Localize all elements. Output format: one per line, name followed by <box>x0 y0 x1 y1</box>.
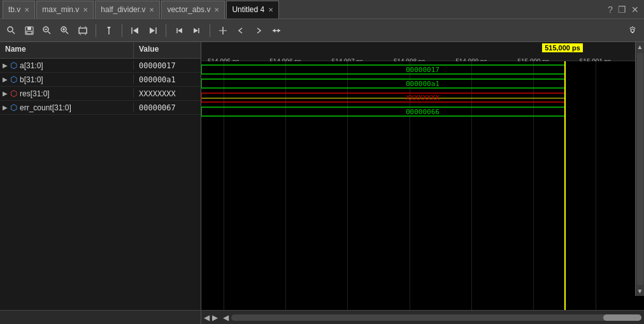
prev-edge-button[interactable] <box>171 23 187 38</box>
waveform-drawing-area[interactable]: 00000017 000000a1 <box>201 61 644 310</box>
signal-value-a: 00000017 <box>134 61 181 70</box>
scroll-up-button[interactable]: ▲ <box>636 42 644 52</box>
svg-rect-4 <box>27 31 32 34</box>
signal-name-res: ▶ ⬡ res[31:0] <box>0 89 134 98</box>
svg-marker-22 <box>150 27 155 34</box>
tab-untitled4[interactable]: Untitled 4 ✕ <box>226 1 279 18</box>
tab-bar: tb.v ✕ max_min.v ✕ half_divider.v ✕ vect… <box>0 0 644 19</box>
cursor-time-label: 515,000 ps <box>542 43 583 52</box>
main-area: Name Value ▶ ⬡ a[31:0] 00000017 ▶ ⬡ b[31… <box>0 42 644 310</box>
sep3 <box>166 24 166 37</box>
tab-tb[interactable]: tb.v ✕ <box>3 1 35 18</box>
svg-line-9 <box>66 31 69 34</box>
tab-half-divider[interactable]: half_divider.v ✕ <box>95 1 160 18</box>
close-button[interactable]: ✕ <box>631 4 639 15</box>
svg-line-1 <box>13 31 15 34</box>
value-column-header: Value <box>134 42 164 58</box>
vertical-scrollbar[interactable]: ▲ ▼ <box>635 42 644 296</box>
next-edge-button[interactable] <box>189 23 204 38</box>
settings-button[interactable] <box>625 23 640 38</box>
wave-row-res: XXXXXXXX <box>201 92 644 103</box>
scroll-left2-button[interactable]: ◀ <box>223 313 229 322</box>
wave-row-err: 00000066 <box>201 106 644 117</box>
prev-marker-button[interactable] <box>233 23 248 38</box>
svg-line-6 <box>48 31 51 34</box>
signal-panel: Name Value ▶ ⬡ a[31:0] 00000017 ▶ ⬡ b[31… <box>0 42 201 310</box>
panel-header: Name Value <box>0 42 201 59</box>
svg-marker-30 <box>273 29 275 33</box>
bottom-left <box>0 311 201 324</box>
bottom-right: ◀ ▶ ◀ <box>201 313 644 322</box>
expand-icon-err[interactable]: ▶ <box>3 104 8 111</box>
svg-marker-18 <box>107 27 111 29</box>
tab-close-tb[interactable]: ✕ <box>24 6 29 13</box>
cursor-button[interactable] <box>101 23 117 38</box>
signal-icon-b: ⬡ <box>10 75 17 84</box>
tab-close-untitled4[interactable]: ✕ <box>268 6 273 13</box>
waveform-time-header: 515,000 ps 514,995 ps 514,996 ps 514,997… <box>201 42 644 61</box>
signal-row-res[interactable]: ▶ ⬡ res[31:0] XXXXXXXX <box>0 87 201 101</box>
window-controls: ? ❐ ✕ <box>608 4 644 15</box>
zoom-out-button[interactable] <box>39 23 55 38</box>
wave-svg-res: XXXXXXXX <box>201 92 644 103</box>
scroll-left-button[interactable]: ◀ <box>204 313 210 322</box>
svg-marker-31 <box>278 29 280 33</box>
horizontal-scrollbar-track[interactable] <box>231 314 641 321</box>
signal-name-b: ▶ ⬡ b[31:0] <box>0 75 134 84</box>
tab-close-max-min[interactable]: ✕ <box>83 6 88 13</box>
wave-row-a: 00000017 <box>201 64 644 75</box>
signal-row-a[interactable]: ▶ ⬡ a[31:0] 00000017 <box>0 59 201 73</box>
wave-row-b: 000000a1 <box>201 78 644 89</box>
svg-text:00000066: 00000066 <box>406 108 440 116</box>
tab-max-min[interactable]: max_min.v ✕ <box>36 1 94 18</box>
signal-value-err: 00000067 <box>134 103 181 112</box>
save-button[interactable] <box>22 23 37 38</box>
signal-value-b: 000000a1 <box>134 75 181 84</box>
signal-row-err[interactable]: ▶ ⬡ err_count[31:0] 00000067 <box>0 101 201 115</box>
name-column-header: Name <box>0 42 134 58</box>
waveform-panel[interactable]: 515,000 ps 514,995 ps 514,996 ps 514,997… <box>201 42 644 310</box>
signal-list: ▶ ⬡ a[31:0] 00000017 ▶ ⬡ b[31:0] 000000a… <box>0 59 201 310</box>
toolbar <box>0 19 644 42</box>
sep1 <box>96 24 96 37</box>
signal-value-res: XXXXXXXX <box>134 89 181 98</box>
signal-name-a: ▶ ⬡ a[31:0] <box>0 61 134 70</box>
tab-close-vector-abs[interactable]: ✕ <box>214 6 219 13</box>
scroll-right-button[interactable]: ▶ <box>212 313 218 322</box>
expand-button[interactable] <box>269 23 284 38</box>
first-button[interactable] <box>127 23 143 38</box>
scroll-down-button[interactable]: ▼ <box>636 286 644 296</box>
search-button[interactable] <box>4 23 19 38</box>
sep4 <box>210 24 210 37</box>
wave-svg-err: 00000066 <box>201 106 644 117</box>
next-marker-button[interactable] <box>251 23 266 38</box>
fit-button[interactable] <box>75 23 90 38</box>
help-button[interactable]: ? <box>608 4 613 15</box>
svg-text:000000a1: 000000a1 <box>406 80 440 88</box>
signal-row-b[interactable]: ▶ ⬡ b[31:0] 000000a1 <box>0 73 201 87</box>
horizontal-scrollbar-thumb[interactable] <box>603 314 641 321</box>
sep2 <box>122 24 122 37</box>
wave-svg-a: 00000017 <box>201 64 644 75</box>
svg-point-0 <box>8 27 13 32</box>
expand-icon-a[interactable]: ▶ <box>3 62 8 69</box>
center-button[interactable] <box>215 23 231 38</box>
signal-name-err: ▶ ⬡ err_count[31:0] <box>0 103 134 112</box>
tab-close-half-divider[interactable]: ✕ <box>149 6 154 13</box>
svg-marker-20 <box>133 27 138 34</box>
signal-icon-a: ⬡ <box>10 61 17 70</box>
restore-button[interactable]: ❐ <box>618 4 626 15</box>
svg-rect-3 <box>27 27 31 30</box>
expand-icon-b[interactable]: ▶ <box>3 76 8 83</box>
svg-marker-23 <box>178 28 182 33</box>
svg-text:XXXXXXXX: XXXXXXXX <box>406 94 440 102</box>
wave-svg-b: 000000a1 <box>201 78 644 89</box>
last-button[interactable] <box>145 23 161 38</box>
zoom-in-button[interactable] <box>57 23 73 38</box>
tab-vector-abs[interactable]: vector_abs.v ✕ <box>161 1 225 18</box>
svg-marker-25 <box>194 28 198 33</box>
bottom-bar: ◀ ▶ ◀ <box>0 310 644 324</box>
svg-text:00000017: 00000017 <box>406 66 440 74</box>
expand-icon-res[interactable]: ▶ <box>3 90 8 97</box>
signal-icon-err: ⬡ <box>10 103 17 112</box>
